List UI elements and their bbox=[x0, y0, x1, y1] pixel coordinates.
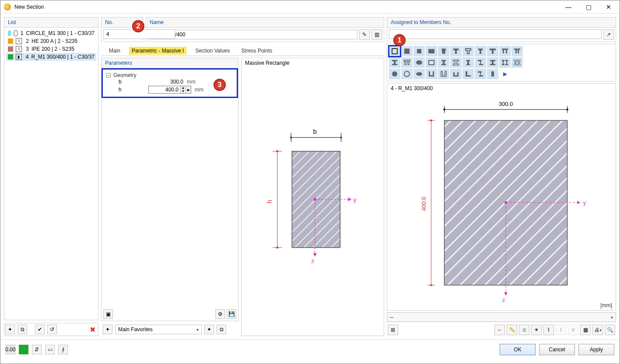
refresh-button[interactable]: ↺ bbox=[47, 325, 57, 334]
delete-button[interactable]: ✖ bbox=[88, 325, 97, 334]
footer-tool2-button[interactable]: ▭ bbox=[45, 345, 55, 354]
tab-section-values[interactable]: Section Values bbox=[193, 47, 232, 55]
status-select[interactable]: -- ▾ bbox=[387, 312, 616, 322]
shape-i-button[interactable] bbox=[389, 57, 400, 68]
preview-fullview-button[interactable]: ⊞ bbox=[388, 325, 398, 335]
favorites-label: Main Favorites bbox=[118, 326, 153, 332]
param-b-unit: mm bbox=[187, 79, 200, 85]
shape-i-button[interactable] bbox=[438, 57, 449, 68]
param-h-input[interactable] bbox=[149, 86, 180, 93]
minimize-button[interactable]: — bbox=[558, 0, 578, 14]
toggle-axes-button[interactable]: ⌐ bbox=[494, 325, 505, 335]
assigned-panel: Assigned to Members No. ↗ 1 bbox=[387, 17, 616, 42]
shape-rect-button[interactable] bbox=[389, 46, 400, 56]
shape-t-button[interactable] bbox=[475, 46, 486, 56]
spinner-expand-icon[interactable]: ▸ bbox=[186, 87, 191, 93]
ibeam-icon: Ⅰ bbox=[16, 46, 22, 52]
footer-unit-button[interactable]: 0.00 bbox=[6, 345, 15, 354]
svg-rect-23 bbox=[491, 71, 494, 77]
library-open-button[interactable]: ▣ bbox=[103, 309, 113, 319]
shape-more-button[interactable]: ▶ bbox=[499, 69, 511, 79]
toggle-dim-button[interactable]: 📏 bbox=[507, 325, 517, 335]
shape-z-button[interactable] bbox=[475, 69, 486, 79]
footer-tool3-button[interactable]: ∱ bbox=[58, 345, 68, 354]
assigned-pick-button[interactable]: ↗ bbox=[603, 29, 614, 40]
shape-option-button[interactable] bbox=[401, 46, 413, 56]
toggle-disabled-button: Ⅰ bbox=[556, 325, 566, 335]
svg-rect-16 bbox=[428, 49, 434, 53]
window-title: New Section bbox=[14, 4, 558, 10]
shape-option-button[interactable] bbox=[438, 46, 449, 56]
toggle-points-button[interactable]: ✶ bbox=[531, 325, 542, 335]
ok-button[interactable]: OK bbox=[500, 344, 536, 355]
shape-ring-button[interactable] bbox=[401, 69, 413, 79]
spinner-down-icon[interactable]: ▼ bbox=[180, 90, 186, 93]
favorites-new-button[interactable]: ✦ bbox=[204, 325, 214, 334]
color-chip bbox=[8, 31, 11, 36]
shape-t-button[interactable] bbox=[487, 46, 498, 56]
params-tool1-button[interactable]: ⚙ bbox=[215, 309, 225, 319]
favorites-copy-button[interactable]: ⧉ bbox=[217, 325, 226, 334]
favorites-star-button[interactable]: ✦ bbox=[103, 325, 112, 334]
edit-name-button[interactable]: ✎ bbox=[359, 29, 370, 40]
shape-i-button[interactable] bbox=[487, 57, 498, 68]
tabs: Main Parametric - Massive I Section Valu… bbox=[101, 46, 384, 56]
shape-l-button[interactable] bbox=[462, 69, 474, 79]
list-item[interactable]: Ⅰ 3 IPE 200 | 2 - S235 bbox=[6, 45, 96, 53]
shape-u-button[interactable] bbox=[450, 69, 462, 79]
cancel-button[interactable]: Cancel bbox=[539, 344, 575, 355]
name-input[interactable] bbox=[148, 30, 357, 39]
tab-parametric-massive[interactable]: Parametric - Massive I bbox=[129, 47, 186, 55]
shape-t-button[interactable] bbox=[450, 46, 462, 56]
shape-option-button[interactable] bbox=[413, 46, 425, 56]
list-item-label: CIRCLE_M1 300 | 1 - C30/37 bbox=[26, 30, 95, 36]
shape-option-button[interactable] bbox=[413, 57, 425, 68]
shape-i-button[interactable] bbox=[462, 57, 474, 68]
list-item[interactable]: ▮ 4 R_M1 300/400 | 1 - C30/37 bbox=[6, 53, 96, 61]
list-item-num: 4 bbox=[25, 54, 29, 60]
copy-item-button[interactable]: ⧉ bbox=[18, 325, 27, 334]
shape-u-button[interactable] bbox=[438, 69, 449, 79]
shape-u-button[interactable] bbox=[426, 69, 437, 79]
shape-option-button[interactable] bbox=[426, 57, 437, 68]
number-panel: No. 2 bbox=[101, 17, 143, 42]
assigned-input[interactable] bbox=[389, 29, 602, 39]
tab-stress-points[interactable]: Stress Points bbox=[239, 47, 275, 55]
add-item-button[interactable]: ✦ bbox=[5, 325, 15, 334]
shape-circle-button[interactable] bbox=[389, 69, 400, 79]
shape-z-button[interactable] bbox=[475, 57, 486, 68]
list-item-num: 3 bbox=[25, 46, 29, 52]
param-b-value: 300.0 bbox=[148, 79, 183, 85]
big-preview-panel: 4 - R_M1 300/400 bbox=[387, 83, 616, 311]
library-button[interactable]: ▥ bbox=[371, 29, 382, 40]
toggle-values-button[interactable]: ⎅ bbox=[519, 325, 529, 335]
collapse-icon[interactable]: − bbox=[106, 73, 111, 77]
shape-i-button[interactable] bbox=[450, 57, 462, 68]
shape-tt-button[interactable] bbox=[511, 46, 523, 56]
print-button[interactable]: 🖨▾ bbox=[592, 325, 603, 335]
footer-color-button[interactable] bbox=[19, 345, 28, 354]
favorites-select[interactable]: Main Favorites ▾ bbox=[115, 325, 202, 334]
title-bar: New Section — ▢ ✕ bbox=[0, 0, 620, 14]
list-item[interactable]: Ⅰ 2 HE 200 A | 2 - S235 bbox=[6, 37, 96, 45]
check-button[interactable]: ✔ bbox=[35, 325, 45, 334]
shape-rect-slim-button[interactable] bbox=[487, 69, 498, 79]
shape-t-button[interactable] bbox=[462, 46, 474, 56]
close-button[interactable]: ✕ bbox=[599, 0, 619, 14]
shape-tt-button[interactable] bbox=[401, 57, 413, 68]
shape-ellipse-button[interactable] bbox=[413, 69, 425, 79]
shape-option-button[interactable] bbox=[426, 46, 437, 56]
param-h-spinner[interactable]: ▲ ▼ ▸ bbox=[148, 86, 191, 94]
params-save-button[interactable]: 💾 bbox=[227, 309, 236, 319]
shape-ii-button[interactable] bbox=[511, 57, 523, 68]
maximize-button[interactable]: ▢ bbox=[578, 0, 599, 14]
reset-zoom-button[interactable]: 🔍 bbox=[605, 325, 615, 335]
shape-tt-button[interactable] bbox=[499, 46, 511, 56]
tab-main[interactable]: Main bbox=[106, 47, 123, 55]
list-item[interactable]: 1 CIRCLE_M1 300 | 1 - C30/37 bbox=[6, 29, 96, 37]
apply-button[interactable]: Apply bbox=[578, 344, 614, 355]
footer-tool1-button[interactable]: ⇵ bbox=[32, 345, 42, 354]
shape-ii-button[interactable] bbox=[499, 57, 511, 68]
toggle-ibeam-button[interactable]: Ⅰ bbox=[543, 325, 554, 335]
toggle-grid-button[interactable]: ▦ bbox=[580, 325, 591, 335]
